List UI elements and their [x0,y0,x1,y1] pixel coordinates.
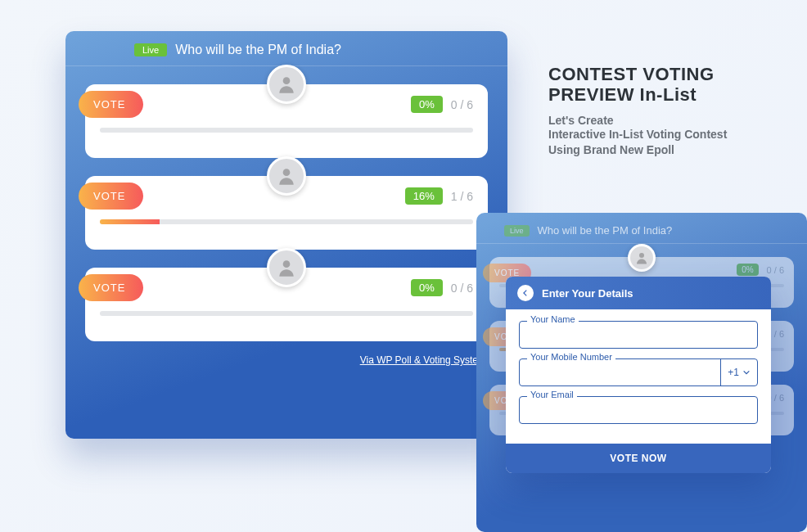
poll-option-1: VOTE 0% 0 / 6 [85,84,488,158]
svg-point-3 [639,253,644,258]
candidate-avatar [267,156,306,196]
vote-count: 1 / 6 [451,190,473,203]
email-fieldset: Your Email [519,396,758,424]
name-input[interactable] [520,322,757,348]
candidate-avatar [267,65,306,104]
progress-bar [100,311,473,316]
percent-badge: 0% [411,279,443,296]
modal-title: Enter Your Details [542,287,633,300]
mobile-label: Your Mobile Number [527,352,615,362]
subhead-line-3: Using Brand New Epoll [548,142,786,159]
chevron-left-icon [521,289,530,297]
subhead-line-1: Let's Create [548,114,786,127]
percent-badge: 16% [405,187,443,205]
vote-button[interactable]: VOTE [79,274,143,301]
candidate-avatar [267,248,306,287]
name-label: Your Name [527,314,579,324]
back-button[interactable] [517,285,534,301]
svg-point-0 [283,77,291,84]
heading-block: CONTEST VOTING PREVIEW In-List Let's Cre… [548,64,786,159]
email-input[interactable] [520,397,757,423]
poll-footer-link[interactable]: Via WP Poll & Voting System [65,341,507,379]
poll-header: Live Who will be the PM of India? [65,43,507,66]
vote-button[interactable]: VOTE [79,183,143,210]
progress-bar [100,128,473,133]
progress-bar [100,219,473,224]
chevron-down-icon [742,368,751,376]
progress-fill [100,219,160,224]
svg-point-2 [283,260,291,268]
name-fieldset: Your Name [519,321,758,349]
mobile-input[interactable] [520,359,720,385]
vote-button[interactable]: VOTE [79,91,143,118]
poll-option-2: VOTE 16% 1 / 6 [85,176,488,250]
poll-title: Who will be the PM of India? [175,43,341,57]
voter-details-modal: Enter Your Details Your Name Your Mobile… [506,277,771,473]
mobile-fieldset: Your Mobile Number +1 [519,358,758,386]
page-heading: CONTEST VOTING PREVIEW In-List [548,64,786,106]
modal-header: Enter Your Details [506,277,771,309]
vote-count: 0 / 6 [451,98,473,111]
live-badge: Live [134,43,167,56]
candidate-avatar [628,244,656,272]
vote-count: 0 / 6 [451,282,473,295]
percent-badge: 0% [411,96,443,113]
dial-code-select[interactable]: +1 [720,359,757,385]
poll-option-3: VOTE 0% 0 / 6 [85,268,488,341]
email-label: Your Email [527,390,577,399]
subhead-line-2: Interactive In-List Voting Contest [548,127,786,143]
dial-code-value: +1 [728,367,739,378]
vote-now-button[interactable]: VOTE NOW [506,444,771,473]
poll-card-large: Live Who will be the PM of India? VOTE 0… [65,31,507,439]
svg-point-1 [283,169,291,176]
